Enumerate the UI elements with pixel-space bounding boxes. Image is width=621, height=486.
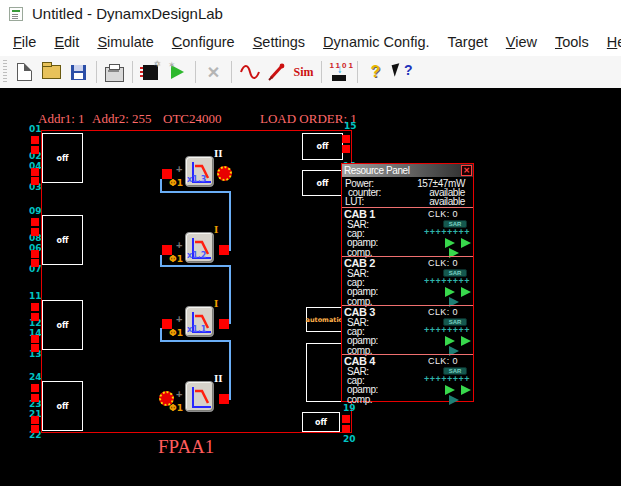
cab-opamp-label: opamp: [347, 287, 378, 296]
io-cell-left[interactable]: off [42, 215, 83, 265]
io-cell-right[interactable]: off [302, 412, 340, 432]
cab-row-opamp: opamp: [342, 287, 473, 296]
capacitor-icons: ++++++++ [424, 228, 470, 237]
cab-row-opamp: opamp: [342, 238, 473, 247]
toolbar-button-delete: ✕ [201, 60, 226, 85]
toolbar-separator [357, 61, 358, 83]
io-pin [31, 259, 39, 267]
cam-numeral: II [214, 147, 223, 159]
design-canvas[interactable]: Addr1: 1 Addr2: 255 OTC24000 LOAD ORDER:… [0, 88, 621, 486]
toolbar-button-signal-generator[interactable] [237, 60, 262, 85]
close-icon[interactable]: ✕ [461, 165, 472, 176]
signal-wire[interactable] [160, 191, 231, 193]
pin-number-11: 11 [29, 291, 42, 301]
cab-opamp-label: opamp: [347, 385, 378, 394]
toolbar-button-config-bits[interactable]: 1101↓ [327, 60, 352, 85]
io-cell-state: off [317, 142, 329, 151]
menu-edit[interactable]: Edit [45, 31, 88, 53]
signal-wire[interactable] [229, 265, 231, 324]
capacitor-icons: ++++++++ [424, 277, 470, 286]
pin-number-09: 09 [29, 206, 42, 216]
menu-help[interactable]: Help [598, 31, 621, 53]
cam-numeral: I [214, 223, 218, 235]
context-help-icon: ? [393, 63, 413, 81]
io-cell-state: off [57, 154, 69, 163]
cab-row-opamp: opamp: [342, 385, 473, 394]
io-pin [31, 303, 39, 311]
io-pin [31, 146, 39, 154]
io-cell-right[interactable]: automatic [306, 307, 342, 332]
cam-input-port[interactable] [162, 319, 172, 329]
io-cell-state: automatic [306, 316, 343, 324]
opamp-icon [461, 287, 471, 297]
signal-wire[interactable] [160, 265, 231, 267]
menu-configure[interactable]: Configure [163, 31, 244, 53]
signal-wire[interactable] [229, 191, 231, 251]
toolbar-button-print[interactable] [102, 60, 127, 85]
cam-output-port[interactable] [219, 319, 229, 329]
toolbar-button-program-chip[interactable] [165, 60, 190, 85]
cab-section: CAB 3CLK: 0SAR:SARcap:++++++++opamp:comp… [342, 305, 473, 354]
menu-file[interactable]: File [4, 31, 45, 53]
program-chip-icon [171, 65, 184, 79]
signal-wire[interactable] [229, 340, 231, 400]
capacitor-icons: ++++++++ [424, 326, 470, 335]
probe-connector[interactable] [217, 166, 232, 181]
toolbar-button-simulate[interactable]: Sim [291, 60, 316, 85]
io-cell-left[interactable]: off [42, 300, 83, 350]
cam-phase-label: Φ1 [169, 403, 183, 413]
lut-value: available [429, 197, 465, 206]
menu-bar: FileEditSimulateConfigureSettingsDynamic… [0, 28, 621, 56]
cam-output-port[interactable] [219, 394, 229, 404]
cam-block-filter[interactable] [185, 381, 214, 412]
toolbar-button-save-file[interactable] [66, 60, 91, 85]
config-bits-icon: 1101↓ [330, 63, 350, 81]
chip-name-label: FPAA1 [158, 436, 214, 458]
cab-section: CAB 2CLK: 0SAR:SARcap:++++++++opamp:comp… [342, 256, 473, 305]
cam-output-port[interactable] [219, 245, 229, 255]
toolbar-button-help[interactable]: ? [363, 60, 388, 85]
toolbar-button-new-chip[interactable] [138, 60, 163, 85]
print-icon [105, 67, 124, 82]
lut-label: LUT: [345, 197, 364, 206]
cab-row-comp: comp. [342, 395, 473, 404]
menu-view[interactable]: View [497, 31, 546, 53]
toolbar-button-new-document[interactable] [12, 60, 37, 85]
toolbar-button-probe-pen[interactable] [264, 60, 289, 85]
save-icon [71, 65, 86, 80]
io-cell-right[interactable] [306, 343, 342, 402]
resource-panel-titlebar[interactable]: Resource Panel [342, 164, 473, 177]
probe-connector[interactable] [159, 391, 174, 406]
cam-input-port[interactable] [162, 245, 172, 255]
menu-dynamic-config[interactable]: Dynamic Config. [314, 31, 438, 53]
menu-tools[interactable]: Tools [546, 31, 598, 53]
cam-input-port[interactable] [162, 169, 172, 179]
io-cell-right[interactable]: off [302, 170, 343, 196]
io-cell-left[interactable]: off [42, 381, 83, 431]
io-cell-right[interactable]: off [302, 133, 343, 160]
opamp-icon [445, 238, 455, 248]
io-cell-left[interactable]: off [42, 133, 83, 183]
cam-phase-label: Φ1 [169, 178, 183, 188]
io-pin [31, 250, 39, 258]
opamp-icon [461, 238, 471, 248]
toolbar-button-open-file[interactable] [39, 60, 64, 85]
io-cell-state: off [315, 418, 327, 427]
new-document-icon [17, 63, 32, 81]
menu-settings[interactable]: Settings [244, 31, 314, 53]
signal-wire[interactable] [160, 340, 231, 342]
toolbar-button-context-help[interactable]: ? [390, 60, 415, 85]
cam-gain-label: x1.2 [187, 251, 206, 260]
help-icon: ? [371, 63, 381, 81]
io-pin [31, 136, 39, 144]
toolbar-separator [231, 61, 232, 83]
io-pin [31, 425, 39, 433]
pin-number-15: 15 [344, 121, 357, 131]
menu-simulate[interactable]: Simulate [88, 31, 162, 53]
toolbar-separator [321, 61, 322, 83]
io-pin [31, 228, 39, 236]
signal-generator-icon [239, 64, 261, 80]
io-pin [342, 135, 350, 143]
toolbar-separator [132, 61, 133, 83]
menu-target[interactable]: Target [438, 31, 496, 53]
